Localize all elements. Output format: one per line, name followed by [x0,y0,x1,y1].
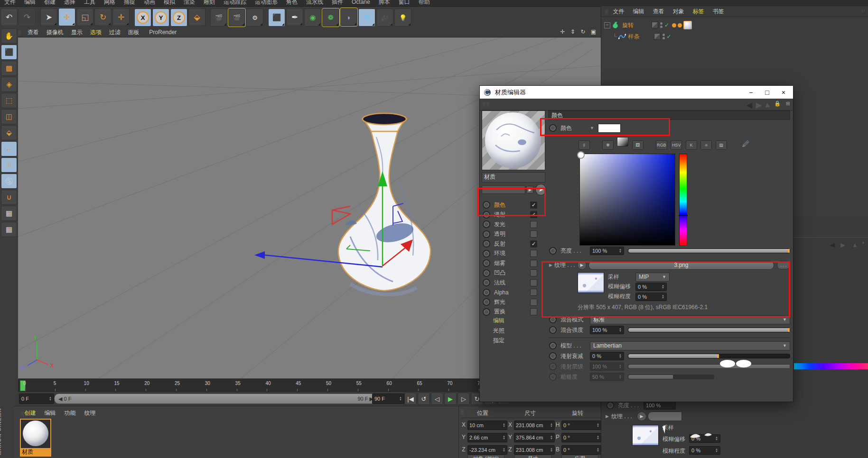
panel-grip[interactable]: ▒ [461,409,464,414]
visibility-dots[interactable] [660,22,663,28]
size-x-field[interactable]: 231.008 cm▲▼ [514,421,555,430]
material-preview[interactable] [482,110,545,170]
viewport-menu-2[interactable]: 摄像机 [47,28,64,37]
next-frame-icon[interactable]: ▷ [457,393,470,405]
visibility-dots[interactable] [663,33,665,40]
mixing-mode-icon[interactable]: ≡ [700,140,712,150]
object-manager-menu-5[interactable]: 标签 [692,8,704,16]
roughness-slider[interactable] [628,375,714,379]
channel-radio[interactable] [483,250,490,257]
history-forward-icon[interactable]: ▶ [756,101,762,110]
sv-handle[interactable] [577,151,585,159]
material-manager-menu-2[interactable]: 编辑 [44,409,56,417]
tweak-mode-icon[interactable]: 🖰 [1,157,17,173]
blur-scale-field[interactable]: 0 %▲▼ [635,293,667,301]
material-manager-menu-3[interactable]: 功能 [64,409,75,417]
viewport-nav-icons[interactable]: ✛ ⇕ ↻ ▣ [560,28,598,35]
object-manager-menu-4[interactable]: 对象 [672,8,684,16]
menu-item[interactable]: 运动跟踪 [224,0,246,6]
rgb-mode-button[interactable]: RGB [656,140,667,150]
polygons-mode-icon[interactable]: ⬙ [1,125,17,140]
workplane-mode-icon[interactable]: ◈ [1,77,17,92]
material-thumbnail[interactable]: 材质 [20,419,51,457]
channel-footer-3[interactable]: 指定 [482,337,546,347]
x-axis-lock-icon[interactable]: X [134,9,151,27]
channel-radio[interactable] [483,308,490,316]
channel-radio[interactable] [483,269,490,277]
am-brightness-field[interactable]: 100 % [644,401,676,410]
texture-mode-icon[interactable]: ▩ [1,61,17,76]
channel-checkbox[interactable] [530,279,537,286]
diffuse-level-field[interactable]: 100 %▲▼ [590,362,624,371]
menu-item[interactable]: Octane [352,0,370,5]
model-radio[interactable] [549,342,557,349]
layer-square[interactable] [654,33,661,40]
rot-p-field[interactable]: 0 °▲▼ [561,433,601,442]
mix-strength-radio[interactable] [549,326,557,334]
render-view-icon[interactable]: 🎬 [210,9,227,27]
camera-icon[interactable]: 🎥 [376,9,393,27]
lock-workplane-icon[interactable]: ▦ [1,206,17,221]
menu-item[interactable]: 插件 [332,0,343,6]
menu-item[interactable]: 雕刻 [204,0,215,6]
channel-Alpha[interactable]: Alpha [482,288,546,298]
diffuse-falloff-slider[interactable] [628,354,790,358]
tag-dot[interactable] [672,23,676,27]
select-tool-icon[interactable]: ➤ [40,8,57,26]
menu-item[interactable]: 捕捉 [124,0,135,6]
diffuse-level-slider[interactable] [628,364,790,369]
timeline-range-slider[interactable]: ◀ 0 F90 F ▶ [54,394,378,404]
menu-item[interactable]: 工具 [84,0,95,6]
previous-key-icon[interactable]: ↺ [418,393,430,405]
channel-radio[interactable] [483,201,490,209]
viewport-menu-5[interactable]: 过滤 [109,28,121,37]
brightness-field[interactable]: 100 %▲▼ [590,247,624,255]
color-expand-icon[interactable]: ▼ [590,126,594,130]
shader-arrow-button[interactable]: ▶ [637,412,646,421]
object-manager-menu-6[interactable]: 书签 [712,8,724,16]
spectrum-icon[interactable] [617,137,628,147]
snap-icon[interactable]: ∪ [1,190,17,205]
texture-browse-button[interactable]: . . . [777,261,790,269]
channel-辉光[interactable]: 辉光 [482,297,546,307]
enable-axis-icon[interactable]: ⌐ [1,141,17,156]
search-icon[interactable]: ◌ [861,8,865,13]
channel-radio[interactable] [483,289,490,296]
brightness-slider[interactable] [628,248,790,253]
menu-item[interactable]: 窗口 [399,0,410,6]
eyedropper-icon[interactable]: 🖉 [742,140,749,148]
channel-透明[interactable]: 透明 [482,229,546,239]
channel-环境[interactable]: 环境 [482,249,546,259]
channel-凹凸[interactable]: 凹凸 [482,268,546,278]
maximize-button[interactable]: □ [765,89,769,96]
color-swatch[interactable] [598,124,621,133]
channel-radio[interactable] [483,259,490,267]
points-mode-icon[interactable]: ⬚ [1,93,17,108]
channel-漫射[interactable]: 漫射✓ [482,210,546,220]
channel-烟雾[interactable]: 烟雾 [482,258,546,268]
menu-item[interactable]: 角色 [286,0,298,6]
channel-checkbox[interactable] [530,289,537,296]
pos-x-field[interactable]: 10 cm▲▼ [467,421,507,430]
history-back-icon[interactable]: ◀ [747,101,752,110]
menu-item[interactable]: 选择 [64,0,75,6]
panel-grip[interactable]: ▒▒ [483,101,490,106]
shader-arrow-button[interactable]: ▶ [577,260,587,270]
viewport-menu-4[interactable]: 选项 [90,28,102,37]
diffuse-level-radio[interactable] [549,363,557,370]
brightness-radio[interactable] [549,247,557,255]
end-frame-field[interactable]: 90 F▲▼ [372,394,404,404]
channel-反射[interactable]: 反射✓ [482,239,546,249]
object-label[interactable]: 旋转 [622,21,634,29]
move-tool-icon[interactable]: ✛ [58,8,75,26]
mix-mode-radio[interactable] [549,316,557,323]
make-editable-icon[interactable]: ✋ [1,28,17,44]
am-texture-thumbnail[interactable] [632,425,659,446]
enabled-check-icon[interactable]: ✓ [667,33,672,40]
channel-法线[interactable]: 法线 [482,278,546,288]
material-editor-titlebar[interactable]: 材质编辑器 − □ × [480,86,793,99]
current-frame-field[interactable]: 0 F▲▼ [19,394,54,404]
channel-checkbox[interactable] [530,221,537,228]
minimize-button[interactable]: − [749,89,753,96]
lock-icon[interactable]: 🔒 [774,101,781,107]
